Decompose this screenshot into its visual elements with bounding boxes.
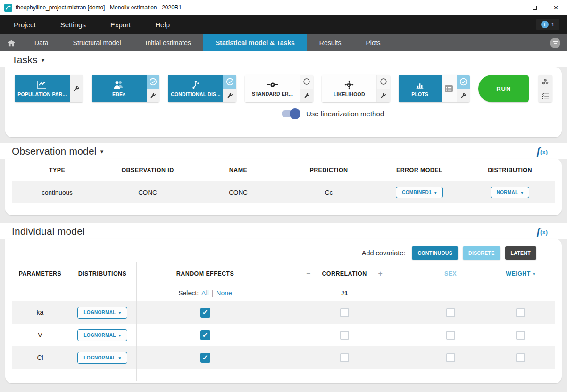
menu-export[interactable]: Export — [110, 21, 131, 29]
maximize-button[interactable] — [524, 0, 545, 15]
sex-checkbox-cl[interactable] — [446, 353, 455, 362]
branch-dots-icon — [191, 80, 200, 90]
menu-settings[interactable]: Settings — [60, 21, 86, 29]
population-chart-icon — [36, 80, 48, 90]
crosshair-icon — [344, 80, 354, 90]
task-checklist-button[interactable] — [538, 89, 552, 102]
correlation-add-button[interactable]: + — [378, 270, 383, 278]
plots-enabled-check[interactable] — [457, 75, 470, 89]
tasks-section-head: Tasks ▾ — [0, 51, 567, 67]
info-icon: i — [541, 21, 549, 28]
task-ebes: EBEs — [92, 75, 160, 102]
obs-name: CONC — [193, 189, 284, 196]
people-icon — [113, 80, 125, 90]
weight-checkbox-cl[interactable] — [516, 353, 525, 362]
formula-button[interactable]: f (x) — [537, 226, 548, 237]
sex-checkbox-ka[interactable] — [446, 308, 455, 317]
correlation-checkbox-ka[interactable] — [340, 308, 349, 317]
linearization-toggle[interactable] — [282, 110, 300, 117]
plots-button[interactable]: PLOTS — [399, 75, 442, 102]
fx-icon: f — [537, 226, 540, 237]
home-button[interactable] — [0, 34, 22, 51]
correlation-remove-button[interactable]: − — [306, 270, 310, 278]
error-model-dropdown[interactable]: COMBINED1 — [396, 187, 443, 198]
run-options — [538, 75, 552, 102]
weight-checkbox-v[interactable] — [516, 331, 525, 340]
conditional-distribution-button[interactable]: CONDITIONAL DIS... — [168, 75, 223, 102]
plots-list-button[interactable] — [442, 75, 457, 102]
tasks-title[interactable]: Tasks — [12, 54, 38, 65]
tab-statistical-model-tasks[interactable]: Statistical model & Tasks — [203, 34, 307, 51]
distribution-dropdown-ka[interactable]: LOGNORMAL — [77, 307, 127, 318]
correlation-checkbox-v[interactable] — [340, 331, 349, 340]
random-effect-checkbox-cl[interactable] — [200, 353, 210, 363]
select-all-link[interactable]: All — [201, 289, 209, 297]
individual-table-subheader: Select: All | None #1 — [12, 285, 555, 301]
cluster-settings-button[interactable] — [538, 75, 552, 89]
close-icon: ✕ — [553, 5, 559, 11]
individual-model-head: Individual model f (x) — [0, 223, 567, 239]
add-latent-covariate-button[interactable]: LATENT — [505, 246, 536, 260]
ebes-button[interactable]: EBEs — [92, 75, 147, 102]
tab-initial-estimates[interactable]: Initial estimates — [133, 34, 203, 51]
formula-button[interactable]: f (x) — [537, 146, 548, 156]
col-correlation: CORRELATION — [322, 270, 367, 277]
ebes-enabled-check[interactable] — [147, 75, 160, 89]
correlation-checkbox-cl[interactable] — [340, 353, 349, 362]
standard-errors-settings-button[interactable] — [300, 89, 313, 103]
wrench-icon — [304, 92, 310, 98]
run-button[interactable]: RUN — [478, 75, 529, 102]
menu-bar: Project Settings Export Help i 1 — [0, 15, 567, 34]
maximize-icon — [533, 6, 537, 10]
notification-count: 1 — [551, 22, 554, 27]
individual-model-title[interactable]: Individual model — [12, 226, 85, 237]
node-dashes-icon — [267, 81, 278, 89]
likelihood-disabled-radio[interactable] — [377, 75, 390, 89]
ebes-settings-button[interactable] — [147, 89, 160, 103]
standard-errors-disabled-radio[interactable] — [300, 75, 313, 89]
minimize-button[interactable] — [503, 0, 524, 15]
plots-settings-button[interactable] — [457, 89, 470, 103]
individual-model-card: Add covariate: CONTINUOUS DISCRETE LATEN… — [5, 239, 562, 383]
table-footer-spacer — [12, 369, 555, 381]
tab-results[interactable]: Results — [307, 34, 354, 51]
add-discrete-covariate-button[interactable]: DISCRETE — [463, 246, 500, 260]
population-parameters-button[interactable]: POPULATION PAR... — [15, 75, 70, 102]
distribution-dropdown[interactable]: NORMAL — [491, 187, 530, 198]
check-circle-icon — [226, 78, 234, 86]
caret-down-icon — [119, 355, 121, 360]
conditional-distribution-enabled-check[interactable] — [223, 75, 236, 89]
caret-down-icon: ▾ — [100, 148, 104, 155]
likelihood-settings-button[interactable] — [377, 89, 390, 103]
menu-help[interactable]: Help — [155, 21, 170, 29]
col-weight-dropdown[interactable]: WEIGHT — [486, 262, 555, 285]
distribution-dropdown-v[interactable]: LOGNORMAL — [77, 329, 127, 341]
minimize-icon — [511, 8, 516, 8]
distribution-dropdown-cl[interactable]: LOGNORMAL — [77, 352, 127, 364]
feedback-button[interactable] — [550, 34, 567, 51]
likelihood-button[interactable]: LIKELIHOOD — [322, 75, 377, 102]
population-parameters-settings-button[interactable] — [70, 75, 83, 102]
sex-checkbox-v[interactable] — [446, 331, 455, 340]
standard-errors-button[interactable]: STANDARD ER... — [245, 75, 300, 102]
tab-structural-model[interactable]: Structural model — [61, 34, 133, 51]
weight-checkbox-ka[interactable] — [516, 308, 525, 317]
select-none-link[interactable]: None — [216, 289, 232, 297]
close-button[interactable]: ✕ — [545, 0, 567, 15]
random-effect-checkbox-v[interactable] — [200, 330, 210, 340]
title-bar: theophylline_project.mlxtran [demo] - Mo… — [0, 0, 567, 15]
tab-data[interactable]: Data — [22, 34, 61, 51]
conditional-distribution-settings-button[interactable] — [223, 89, 236, 103]
tasks-section: Tasks ▾ POPULATION PAR... EBEs — [0, 51, 567, 137]
caret-down-icon — [434, 190, 437, 195]
monolix-logo-icon — [4, 4, 12, 12]
random-effect-checkbox-ka[interactable] — [200, 308, 210, 318]
task-conditional-distribution: CONDITIONAL DIS... — [168, 75, 236, 102]
tab-plots[interactable]: Plots — [354, 34, 393, 51]
col-name: NAME — [193, 167, 284, 173]
notifications-button[interactable]: i 1 — [536, 19, 559, 30]
nav-bar: Data Structural model Initial estimates … — [0, 34, 567, 51]
menu-project[interactable]: Project — [14, 21, 36, 29]
add-continuous-covariate-button[interactable]: CONTINUOUS — [412, 246, 458, 260]
observation-model-title[interactable]: Observation model — [12, 146, 97, 157]
